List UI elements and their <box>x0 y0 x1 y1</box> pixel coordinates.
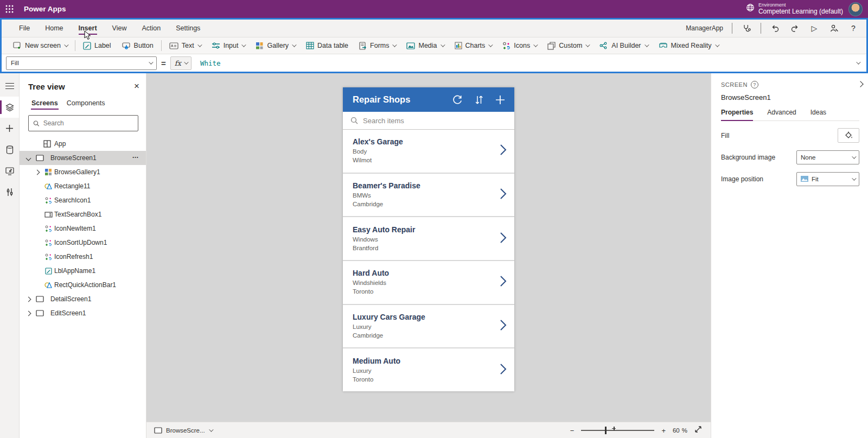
ribbon-mixed-reality[interactable]: Mixed Reality <box>654 37 723 54</box>
tree-item-browsegallery1[interactable]: BrowseGallery1 <box>20 165 146 179</box>
tree-item-app[interactable]: App <box>20 137 146 151</box>
sort-icon[interactable] <box>475 94 483 105</box>
ribbon-new-screen[interactable]: New screen <box>8 37 72 54</box>
tree-view-icon[interactable] <box>0 97 19 118</box>
chevron-right-icon[interactable] <box>35 169 40 175</box>
gallery-row[interactable]: Easy Auto Repair Windows Brantford <box>343 217 514 261</box>
tab-screens[interactable]: Screens <box>28 97 61 111</box>
gallery-row[interactable]: Luxury Cars Garage Luxury Cambridge <box>343 305 514 349</box>
menu-view[interactable]: View <box>105 20 135 37</box>
ribbon-forms[interactable]: Forms <box>354 37 400 54</box>
refresh-icon[interactable] <box>451 94 463 106</box>
chevron-right-icon[interactable] <box>500 363 507 377</box>
environment-picker[interactable]: Environment Competent Learning (default) <box>746 2 843 15</box>
ribbon-input[interactable]: Input <box>207 37 250 54</box>
insert-icon[interactable] <box>0 118 19 139</box>
app-title[interactable]: Repair Shops <box>353 94 410 105</box>
tree-search-box[interactable] <box>28 115 138 131</box>
app-checker-icon[interactable] <box>741 23 752 34</box>
tree-item-textsearchbox1[interactable]: TextSearchBox1 <box>20 207 146 221</box>
chevron-right-icon[interactable] <box>500 319 507 333</box>
fill-label: Fill <box>721 132 729 139</box>
tree-item-searchicon1[interactable]: SearchIcon1 <box>20 193 146 207</box>
fx-dropdown[interactable]: fx <box>170 56 192 70</box>
tab-components[interactable]: Components <box>63 97 108 111</box>
formula-expand-icon[interactable] <box>852 61 863 65</box>
ribbon-icons[interactable]: Icons <box>497 37 541 54</box>
close-icon[interactable] <box>134 81 139 92</box>
tree-item-rectquickactionbar1[interactable]: RectQuickActionBar1 <box>20 278 146 292</box>
waffle-icon[interactable] <box>0 0 18 18</box>
chevron-right-icon[interactable] <box>26 296 31 302</box>
chevron-down-icon[interactable] <box>26 155 31 161</box>
ribbon-button[interactable]: Button <box>117 37 158 54</box>
current-app-name[interactable]: ManagerApp <box>686 24 723 32</box>
help-icon[interactable] <box>848 23 859 34</box>
user-avatar[interactable] <box>848 2 863 16</box>
fill-color-button[interactable] <box>838 128 859 143</box>
menu-settings[interactable]: Settings <box>168 20 208 37</box>
phone-screen-preview[interactable]: Repair Shops Search items Alex's Garage … <box>343 87 514 391</box>
formula-input[interactable]: White <box>196 56 848 70</box>
chevron-right-icon[interactable] <box>500 275 507 289</box>
fit-to-window-icon[interactable] <box>694 426 702 435</box>
design-canvas[interactable]: Repair Shops Search items Alex's Garage … <box>146 73 711 422</box>
ribbon-data-table[interactable]: Data table <box>301 37 353 54</box>
tree-item-browsescreen1[interactable]: BrowseScreen1 <box>20 151 146 165</box>
ribbon-label[interactable]: Label <box>78 37 116 54</box>
media-icon[interactable] <box>0 160 19 181</box>
tree-item-rectangle11[interactable]: Rectangle11 <box>20 179 146 193</box>
menu-bar: File Home Insert View Action Settings Ma… <box>2 20 866 37</box>
ellipsis-icon[interactable] <box>132 154 140 162</box>
app-search-box[interactable]: Search items <box>343 112 514 130</box>
chevron-right-icon[interactable] <box>500 188 507 202</box>
tree-item-editscreen1[interactable]: EditScreen1 <box>20 306 146 320</box>
gallery-row[interactable]: Hard Auto Windshields Toronto <box>343 261 514 305</box>
tree-item-iconsortupdown1[interactable]: IconSortUpDown1 <box>20 236 146 250</box>
add-icon[interactable] <box>495 94 506 105</box>
data-sources-icon[interactable] <box>0 139 19 160</box>
ribbon-media[interactable]: Media <box>401 37 448 54</box>
help-circle-icon[interactable] <box>751 81 758 88</box>
background-image-dropdown[interactable]: None <box>796 150 859 164</box>
tab-advanced[interactable]: Advanced <box>767 109 796 120</box>
property-dropdown[interactable]: Fill <box>6 56 157 70</box>
app-icon <box>43 139 52 148</box>
ribbon-text[interactable]: Text <box>164 37 206 54</box>
zoom-in-button[interactable] <box>661 426 666 435</box>
chevron-right-icon[interactable] <box>500 232 507 246</box>
ribbon-ai-builder[interactable]: AI Builder <box>595 37 652 54</box>
ribbon-charts[interactable]: Charts <box>450 37 497 54</box>
tree-item-iconnewitem1[interactable]: IconNewItem1 <box>20 221 146 236</box>
tab-ideas[interactable]: Ideas <box>810 109 826 120</box>
redo-icon[interactable] <box>789 23 800 34</box>
chevron-right-icon[interactable] <box>26 310 31 316</box>
hamburger-menu-icon[interactable] <box>0 75 19 97</box>
menu-insert[interactable]: Insert <box>71 20 105 37</box>
tab-properties[interactable]: Properties <box>721 109 753 120</box>
zoom-out-button[interactable] <box>570 426 575 435</box>
zoom-slider[interactable] <box>581 430 654 431</box>
tree-item-detailscreen1[interactable]: DetailScreen1 <box>20 292 146 306</box>
menu-file[interactable]: File <box>11 20 37 37</box>
tree-item-iconrefresh1[interactable]: IconRefresh1 <box>20 250 146 264</box>
gallery-row[interactable]: Alex's Garage Body Wilmot <box>343 130 514 174</box>
preview-play-icon[interactable] <box>809 23 820 34</box>
gallery-row[interactable]: Beamer's Paradise BMWs Cambridge <box>343 174 514 218</box>
ribbon-custom[interactable]: Custom <box>542 37 593 54</box>
screen-selector[interactable]: BrowseScre... <box>154 427 212 434</box>
gallery-row[interactable]: Medium Auto Luxury Toronto <box>343 348 514 391</box>
zoom-slider-handle[interactable] <box>605 427 607 434</box>
app-header-bar[interactable]: Repair Shops <box>343 87 514 112</box>
tree-search-input[interactable] <box>43 119 133 127</box>
menu-action[interactable]: Action <box>134 20 168 37</box>
insert-ribbon: New screen Label Button Text Input Galle… <box>2 37 866 54</box>
tree-item-lblappname1[interactable]: LblAppName1 <box>20 264 146 278</box>
ribbon-gallery[interactable]: Gallery <box>251 37 300 54</box>
menu-home[interactable]: Home <box>37 20 71 37</box>
share-person-icon[interactable] <box>828 23 839 34</box>
chevron-right-icon[interactable] <box>500 144 507 158</box>
undo-icon[interactable] <box>770 23 781 34</box>
advanced-tools-icon[interactable] <box>0 181 19 202</box>
image-position-dropdown[interactable]: Fit <box>796 172 859 186</box>
